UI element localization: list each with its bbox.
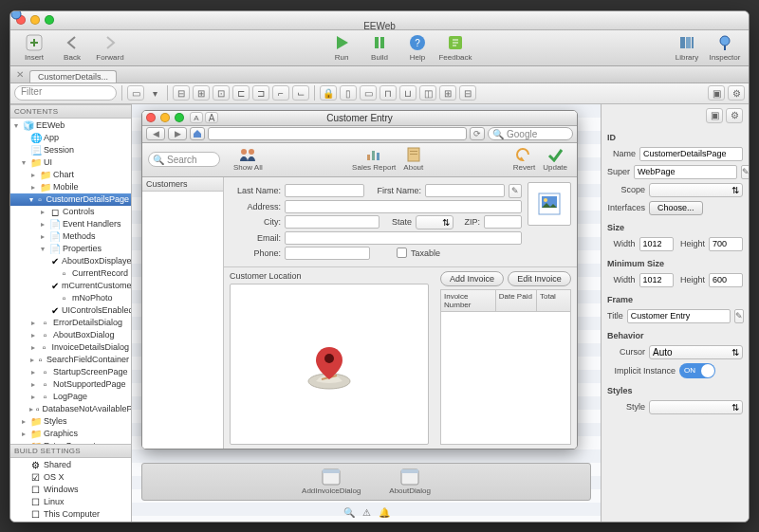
taxable-checkbox[interactable]: [397, 248, 407, 258]
tree-prop-mnophoto[interactable]: ▫mNoPhoto: [10, 292, 131, 304]
tree-errordialog[interactable]: ▸▫ErrorDetailsDialog: [10, 317, 131, 329]
inspector-button[interactable]: Inspector: [707, 33, 743, 62]
align-tool-5-icon[interactable]: ⊐: [252, 85, 269, 101]
customer-entry-window[interactable]: A A Customer Entry ◀ ▶ ⟳ 🔍Google 🔍Search: [141, 110, 578, 449]
url-field[interactable]: [208, 127, 467, 140]
revert-button[interactable]: Revert: [513, 147, 536, 172]
scope-select[interactable]: ⇅: [649, 183, 743, 197]
gear-icon[interactable]: ⚙: [728, 85, 745, 101]
implicit-toggle[interactable]: ON: [679, 363, 715, 378]
tree-chart[interactable]: ▸📁Chart: [10, 169, 131, 181]
tree-notsupported[interactable]: ▸▫NotSupportedPage: [10, 378, 131, 391]
title-edit-icon[interactable]: ✎: [734, 309, 744, 323]
state-select[interactable]: ⇅: [416, 215, 454, 229]
align-tool-1-icon[interactable]: ⊟: [173, 85, 190, 101]
rss-status-icon[interactable]: 🔔: [379, 507, 390, 518]
tree-event-handlers[interactable]: ▸📄Event Handlers: [10, 218, 131, 230]
google-search[interactable]: 🔍Google: [488, 127, 573, 140]
inspector-gear-icon[interactable]: ⚙: [726, 108, 743, 123]
tree-controls[interactable]: ▸◻Controls: [10, 206, 131, 218]
tree-session[interactable]: 📃Session: [10, 144, 131, 156]
height-field[interactable]: [709, 237, 743, 251]
align-tool-12-icon[interactable]: ◫: [419, 85, 436, 101]
warning-status-icon[interactable]: ⚠: [362, 507, 371, 518]
tree-invoicedialog[interactable]: ▸▫InvoiceDetailsDialog: [10, 341, 131, 354]
tree-app[interactable]: 🌐App: [10, 132, 131, 144]
nav-fwd-icon[interactable]: ▶: [168, 127, 187, 140]
run-button[interactable]: Run: [324, 33, 360, 62]
project-tree[interactable]: ▾🧊EEWeb 🌐App 📃Session ▾📁UI ▸📁Chart ▸📁Mob…: [10, 119, 131, 444]
tab-customerdetails[interactable]: CustomerDetails...: [29, 70, 117, 83]
tree-ui-folder[interactable]: ▾📁UI: [10, 156, 131, 169]
phone-field[interactable]: [285, 247, 370, 260]
lock-tool-icon[interactable]: 🔒: [320, 85, 337, 101]
tree-prop-uicontrols[interactable]: ✔UIControlsEnabled: [10, 304, 131, 317]
name-field[interactable]: [639, 147, 743, 161]
align-tool-10-icon[interactable]: ⊓: [380, 85, 397, 101]
tray-addinvoice[interactable]: AddInvoiceDialog: [302, 468, 361, 495]
tree-dbna[interactable]: ▸▫DatabaseNotAvailablePage: [10, 403, 131, 415]
tree-properties[interactable]: ▾📄Properties: [10, 243, 131, 255]
tree-startupscreen[interactable]: ▸▫StartupScreenPage: [10, 366, 131, 378]
tree-logpage[interactable]: ▸▫LogPage: [10, 391, 131, 403]
choose-button[interactable]: Choose...: [649, 201, 703, 215]
align-dropdown-icon[interactable]: ▾: [147, 85, 162, 101]
tree-shared[interactable]: ⚙Shared: [10, 459, 131, 471]
invoice-table-body[interactable]: [440, 312, 571, 445]
col-date-paid[interactable]: Date Paid: [496, 290, 537, 311]
design-canvas[interactable]: A A Customer Entry ◀ ▶ ⟳ 🔍Google 🔍Search: [132, 104, 601, 522]
zip-field[interactable]: [484, 215, 522, 229]
lastname-field[interactable]: [285, 184, 364, 197]
tree-mobile[interactable]: ▸📁Mobile: [10, 181, 131, 193]
customer-map[interactable]: [230, 284, 429, 445]
align-tool-2-icon[interactable]: ⊞: [193, 85, 210, 101]
tree-osx[interactable]: ☑OS X: [10, 471, 131, 484]
nav-back-icon[interactable]: ◀: [146, 127, 165, 140]
inspector-view-icon[interactable]: ▣: [706, 108, 723, 123]
align-tool-7-icon[interactable]: ⌙: [292, 85, 309, 101]
close-tab-icon[interactable]: ✕: [16, 69, 24, 80]
tree-prop-mcurrentcust[interactable]: ✔mCurrentCustomerID: [10, 280, 131, 292]
edit-name-icon[interactable]: ✎: [509, 184, 522, 198]
tree-methods[interactable]: ▸📄Methods: [10, 230, 131, 243]
tree-windows[interactable]: ☐Windows: [10, 484, 131, 496]
view-toggle-icon[interactable]: ▣: [708, 85, 725, 101]
align-tool-8-icon[interactable]: ▯: [340, 85, 357, 101]
insert-button[interactable]: Insert: [16, 33, 52, 62]
minheight-field[interactable]: [709, 273, 743, 287]
super-field[interactable]: [634, 165, 737, 179]
tray-about[interactable]: AboutDialog: [389, 468, 431, 495]
tree-styles[interactable]: ▸📁Styles: [10, 415, 131, 428]
address-field[interactable]: [285, 200, 522, 213]
feedback-button[interactable]: Feedback: [437, 33, 473, 62]
sales-report-button[interactable]: Sales Report: [352, 147, 396, 172]
width-field[interactable]: [639, 237, 674, 251]
align-tool-3-icon[interactable]: ⊡: [213, 85, 230, 101]
style-select[interactable]: ⇅: [649, 400, 743, 414]
col-invoice-number[interactable]: Invoice Number: [441, 290, 496, 311]
align-tool-6-icon[interactable]: ⌐: [272, 85, 289, 101]
customer-photo[interactable]: [528, 182, 571, 226]
reload-icon[interactable]: ⟳: [470, 127, 485, 140]
filter-input[interactable]: Filter: [14, 85, 117, 101]
align-tool-4-icon[interactable]: ⊏: [232, 85, 250, 101]
col-total[interactable]: Total: [537, 290, 570, 311]
back-button[interactable]: Back: [54, 33, 90, 62]
tree-linux[interactable]: ☐Linux: [10, 496, 131, 508]
customers-list[interactable]: Customers: [142, 177, 224, 449]
align-tool-9-icon[interactable]: ▭: [360, 85, 377, 101]
tree-customerdetailspage[interactable]: ▾▫CustomerDetailsPage: [10, 193, 131, 206]
customer-search-input[interactable]: 🔍Search: [148, 152, 220, 167]
tree-thispc[interactable]: ☐This Computer: [10, 508, 131, 521]
email-field[interactable]: [285, 231, 522, 245]
tree-searchfieldcont[interactable]: ▸▫SearchFieldContainer: [10, 354, 131, 366]
help-button[interactable]: ? Help: [399, 33, 435, 62]
super-edit-icon[interactable]: ✎: [741, 165, 749, 179]
forward-button[interactable]: Forward: [92, 33, 128, 62]
firstname-field[interactable]: [425, 184, 505, 197]
align-tool-13-icon[interactable]: ⊞: [439, 85, 456, 101]
tree-prop-aboutbox[interactable]: ✔AboutBoxDisplayed: [10, 255, 131, 267]
align-left-icon[interactable]: ▭: [127, 85, 144, 101]
tree-prop-currentrecord[interactable]: ▫CurrentRecord: [10, 267, 131, 280]
tree-graphics[interactable]: ▸📁Graphics: [10, 428, 131, 440]
